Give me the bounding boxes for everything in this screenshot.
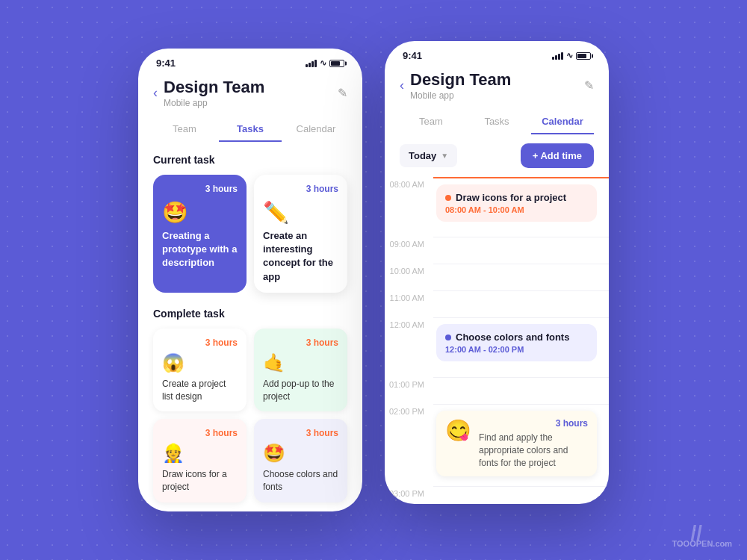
phone-tasks: 9:41 ∿ ‹ Desig	[138, 49, 362, 511]
time-slot-0300: 03:00 PM	[385, 486, 609, 504]
time-slot-0200: 02:00 PM 😋 3 hours Find and apply the ap…	[385, 404, 609, 486]
phone2-header: ‹ Design Team Mobile app ✎	[385, 64, 609, 104]
tasks-content: Current task 3 hours 🤩 Creating a protot…	[138, 142, 362, 511]
complete-desc-4: Choose colors and fonts	[263, 468, 338, 494]
time-slot-1000: 10:00 AM	[385, 264, 609, 290]
tab-calendar-2[interactable]: Calendar	[531, 110, 594, 134]
task-hours-1: 3 hours	[162, 184, 238, 194]
today-dropdown[interactable]: Today ▼	[400, 144, 457, 167]
task-card-prototype[interactable]: 3 hours 🤩 Creating a prototype with a de…	[153, 175, 247, 293]
complete-hours-4: 3 hours	[263, 428, 338, 438]
status-bar-1: 9:41 ∿	[138, 49, 362, 72]
tab-tasks-2[interactable]: Tasks	[465, 110, 528, 134]
phones-container: 9:41 ∿ ‹ Desig	[138, 49, 609, 511]
phone1-screen: 9:41 ∿ ‹ Desig	[138, 49, 362, 511]
phone2-screen: 9:41 ∿ ‹ Desig	[385, 41, 609, 504]
complete-tasks-grid: 3 hours 😱 Create a project list design 3…	[153, 329, 347, 503]
complete-card-list[interactable]: 3 hours 😱 Create a project list design	[153, 329, 247, 412]
event-dot-blue	[445, 335, 451, 340]
complete-card-popup[interactable]: 3 hours 🤙 Add pop-up to the project	[254, 329, 347, 412]
complete-emoji-2: 🤙	[263, 352, 338, 373]
event-colors-title: Choose colors and fonts	[445, 332, 588, 343]
chevron-down-icon: ▼	[441, 152, 448, 160]
time-label-0100: 01:00 PM	[385, 377, 433, 389]
complete-card-icons[interactable]: 3 hours 👷 Draw icons for a project	[153, 419, 247, 503]
calendar-content: Today ▼ + Add time 08:00 AM	[385, 134, 609, 504]
complete-hours-3: 3 hours	[162, 428, 238, 438]
tabs-2: Team Tasks Calendar	[385, 104, 609, 134]
time-label-0200: 02:00 PM	[385, 404, 433, 416]
time-area-0100	[433, 377, 609, 404]
task-card-concept[interactable]: 3 hours ✏️ Create an interesting concept…	[254, 175, 347, 293]
event-fonts-emoji: 😋	[445, 418, 471, 443]
battery-icon	[329, 60, 344, 67]
app-subtitle-1: Mobile app	[164, 98, 338, 108]
app-title-1: Design Team	[164, 78, 338, 97]
add-time-button[interactable]: + Add time	[521, 143, 594, 168]
event-fonts-inner: 😋 3 hours Find and apply the appropriate…	[445, 418, 588, 469]
complete-emoji-3: 👷	[162, 443, 238, 464]
header-title-group-1: Design Team Mobile app	[158, 78, 338, 108]
wifi-icon: ∿	[320, 58, 326, 68]
status-time-1: 9:41	[156, 57, 176, 69]
tab-team-1[interactable]: Team	[153, 117, 216, 142]
task-desc-2: Create an interesting concept for the ap…	[263, 229, 338, 284]
current-tasks-row: 3 hours 🤩 Creating a prototype with a de…	[153, 175, 347, 293]
tabs-1: Team Tasks Calendar	[138, 111, 362, 142]
event-fonts[interactable]: 😋 3 hours Find and apply the appropriate…	[436, 411, 597, 476]
event-fonts-body: 3 hours Find and apply the appropriate c…	[479, 418, 588, 469]
task-hours-2: 3 hours	[263, 184, 338, 194]
complete-hours-1: 3 hours	[162, 337, 238, 348]
complete-task-title: Complete task	[153, 308, 347, 320]
event-icons-time: 08:00 AM - 10:00 AM	[445, 205, 588, 214]
event-fonts-hours: 3 hours	[479, 418, 588, 429]
time-label-1200: 12:00 AM	[385, 317, 433, 329]
today-label: Today	[409, 150, 436, 161]
complete-card-colors[interactable]: 3 hours 🤩 Choose colors and fonts	[254, 419, 347, 503]
complete-desc-3: Draw icons for a project	[162, 468, 238, 494]
watermark: TOOOPEN.com	[672, 539, 732, 548]
time-area-0800: Draw icons for a project 08:00 AM - 10:0…	[433, 177, 609, 225]
calendar-toolbar: Today ▼ + Add time	[385, 143, 609, 177]
time-area-1000	[433, 264, 609, 290]
time-slots: 08:00 AM Draw icons for a project 08:00 …	[385, 177, 609, 504]
status-time-2: 9:41	[403, 50, 422, 61]
event-dot-red	[445, 195, 451, 201]
signal-icon-2	[552, 52, 563, 60]
time-label-0900: 09:00 AM	[385, 237, 433, 249]
task-emoji-2: ✏️	[263, 200, 338, 225]
event-colors[interactable]: Choose colors and fonts 12:00 AM - 02:00…	[436, 324, 597, 361]
task-emoji-1: 🤩	[162, 200, 238, 225]
status-bar-2: 9:41 ∿	[385, 41, 609, 64]
app-subtitle-2: Mobile app	[410, 90, 584, 101]
time-label-1100: 11:00 AM	[385, 290, 433, 302]
event-fonts-desc: Find and apply the appropriate colors an…	[479, 432, 588, 469]
phone-calendar: 9:41 ∿ ‹ Desig	[385, 41, 609, 504]
phone1-header: ‹ Design Team Mobile app ✎	[138, 72, 362, 111]
event-colors-time: 12:00 AM - 02:00 PM	[445, 345, 588, 354]
app-title-2: Design Team	[410, 70, 584, 90]
complete-desc-2: Add pop-up to the project	[263, 378, 338, 403]
tab-calendar-1[interactable]: Calendar	[285, 117, 347, 142]
edit-icon-1[interactable]: ✎	[338, 86, 347, 100]
header-title-group-2: Design Team Mobile app	[404, 70, 584, 101]
time-area-0300	[433, 486, 609, 504]
time-area-0900	[433, 237, 609, 264]
edit-icon-2[interactable]: ✎	[584, 78, 594, 93]
time-area-0200: 😋 3 hours Find and apply the appropriate…	[433, 404, 609, 479]
time-slot-0800: 08:00 AM Draw icons for a project 08:00 …	[385, 177, 609, 237]
complete-desc-1: Create a project list design	[162, 378, 238, 403]
time-label-0300: 03:00 PM	[385, 486, 433, 498]
tab-tasks-1[interactable]: Tasks	[219, 117, 282, 142]
time-slot-0100: 01:00 PM	[385, 377, 609, 404]
complete-hours-2: 3 hours	[263, 337, 338, 348]
time-slot-1200: 12:00 AM Choose colors and fonts 12:00 A…	[385, 317, 609, 377]
current-task-title: Current task	[153, 154, 347, 166]
wifi-icon-2: ∿	[566, 51, 573, 60]
event-icons[interactable]: Draw icons for a project 08:00 AM - 10:0…	[436, 184, 597, 222]
event-icons-title: Draw icons for a project	[445, 192, 588, 203]
tab-team-2[interactable]: Team	[400, 110, 462, 134]
battery-icon-2	[576, 52, 591, 60]
time-slot-0900: 09:00 AM	[385, 237, 609, 264]
complete-emoji-1: 😱	[162, 352, 238, 373]
